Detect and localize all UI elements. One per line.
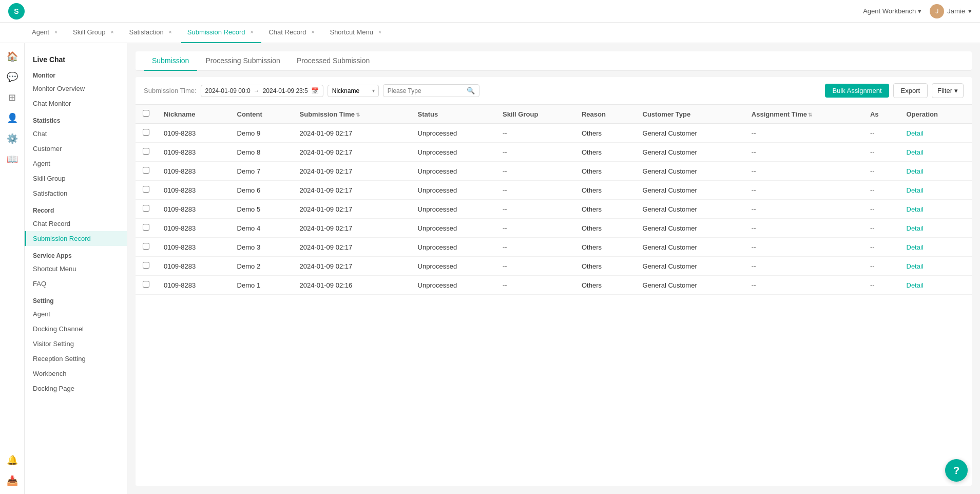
tab-close-shortcut-menu[interactable]: ×	[376, 29, 383, 36]
person-icon-btn[interactable]: 👤	[3, 109, 22, 127]
tab-skill-group[interactable]: Skill Group×	[67, 23, 122, 43]
filter-button[interactable]: Filter ▾	[932, 83, 964, 98]
row-checkbox-6[interactable]	[143, 243, 149, 250]
nav-item-docking-page[interactable]: Docking Page	[25, 381, 127, 396]
cell-assignment_time: --	[744, 162, 863, 181]
row-checkbox-cell	[136, 181, 157, 200]
cell-status: Unprocessed	[411, 238, 495, 257]
search-icon: 🔍	[467, 87, 475, 94]
nav-item-docking-channel[interactable]: Docking Channel	[25, 321, 127, 336]
row-checkbox-5[interactable]	[143, 224, 149, 231]
bulk-assignment-button[interactable]: Bulk Assignment	[825, 84, 889, 98]
row-checkbox-0[interactable]	[143, 129, 149, 136]
table-container: NicknameContentSubmission Time⇅StatusSki…	[136, 105, 972, 486]
subtab-submission[interactable]: Submission	[144, 51, 197, 71]
tab-close-satisfaction[interactable]: ×	[167, 29, 174, 36]
cell-status: Unprocessed	[411, 143, 495, 162]
app-logo: S	[8, 3, 25, 20]
tab-close-submission-record[interactable]: ×	[248, 29, 255, 36]
cell-operation: Detail	[899, 181, 972, 200]
nav-section-title: Live Chat	[25, 51, 127, 66]
detail-link[interactable]: Detail	[907, 262, 924, 270]
cell-status: Unprocessed	[411, 124, 495, 143]
row-checkbox-2[interactable]	[143, 167, 149, 174]
tab-chat-record[interactable]: Chat Record×	[262, 23, 322, 43]
date-range-picker[interactable]: 2024-01-09 00:0 → 2024-01-09 23:5 📅	[201, 85, 323, 97]
subtab-processed[interactable]: Processed Submission	[289, 51, 378, 71]
cell-submission_time: 2024-01-09 02:17	[293, 200, 411, 219]
detail-link[interactable]: Detail	[907, 148, 924, 156]
left-nav: Live Chat MonitorMonitor OverviewChat Mo…	[25, 43, 127, 494]
tab-agent[interactable]: Agent×	[26, 23, 66, 43]
user-menu[interactable]: J Jamie ▾	[930, 4, 972, 18]
cell-operation: Detail	[899, 143, 972, 162]
cell-nickname: 0109-8283	[157, 219, 230, 238]
tab-close-agent[interactable]: ×	[52, 29, 60, 36]
nav-item-agent-setting[interactable]: Agent	[25, 307, 127, 321]
subtab-processing[interactable]: Processing Submission	[197, 51, 289, 71]
row-checkbox-7[interactable]	[143, 262, 149, 269]
grid-icon-btn[interactable]: ⊞	[3, 88, 22, 107]
nav-item-chat[interactable]: Chat	[25, 126, 127, 141]
nav-item-chat-monitor[interactable]: Chat Monitor	[25, 96, 127, 111]
bell-icon-btn[interactable]: 🔔	[3, 451, 22, 469]
cell-assignment_time: --	[744, 276, 863, 295]
export-button[interactable]: Export	[893, 83, 928, 98]
detail-link[interactable]: Detail	[907, 167, 924, 175]
row-checkbox-8[interactable]	[143, 281, 149, 288]
tab-label: Satisfaction	[129, 28, 164, 36]
tab-shortcut-menu[interactable]: Shortcut Menu×	[323, 23, 390, 43]
book-icon-btn[interactable]: 📖	[3, 150, 22, 168]
date-from: 2024-01-09 00:0	[205, 87, 251, 94]
th-submission_time[interactable]: Submission Time⇅	[293, 105, 411, 124]
tab-satisfaction[interactable]: Satisfaction×	[123, 23, 180, 43]
cell-as: --	[863, 181, 899, 200]
th-assignment_time[interactable]: Assignment Time⇅	[744, 105, 863, 124]
detail-link[interactable]: Detail	[907, 243, 924, 251]
cell-as: --	[863, 276, 899, 295]
th-customer_type: Customer Type	[636, 105, 744, 124]
cell-content: Demo 7	[230, 162, 293, 181]
row-checkbox-1[interactable]	[143, 148, 149, 155]
gear-icon-btn[interactable]: ⚙️	[3, 129, 22, 148]
sort-icon: ⇅	[356, 112, 360, 118]
nav-item-shortcut-menu[interactable]: Shortcut Menu	[25, 261, 127, 276]
detail-link[interactable]: Detail	[907, 186, 924, 194]
nav-item-customer[interactable]: Customer	[25, 141, 127, 156]
search-box: 🔍	[383, 84, 479, 97]
nav-item-visitor-setting[interactable]: Visitor Setting	[25, 336, 127, 351]
nav-item-faq[interactable]: FAQ	[25, 276, 127, 291]
detail-link[interactable]: Detail	[907, 224, 924, 232]
help-button[interactable]: ?	[945, 459, 968, 482]
nav-item-workbench[interactable]: Workbench	[25, 366, 127, 381]
tab-label: Agent	[32, 28, 49, 36]
search-input[interactable]	[388, 87, 465, 94]
nav-item-skill-group[interactable]: Skill Group	[25, 171, 127, 186]
tab-submission-record[interactable]: Submission Record×	[181, 23, 262, 43]
nav-item-satisfaction[interactable]: Satisfaction	[25, 186, 127, 201]
workbench-selector[interactable]: Agent Workbench ▾	[863, 7, 921, 15]
tab-close-skill-group[interactable]: ×	[109, 29, 116, 36]
chat-icon-btn[interactable]: 💬	[3, 68, 22, 86]
detail-link[interactable]: Detail	[907, 129, 924, 137]
nav-item-chat-record[interactable]: Chat Record	[25, 216, 127, 231]
tab-close-chat-record[interactable]: ×	[309, 29, 316, 36]
home-icon-btn[interactable]: 🏠	[3, 47, 22, 66]
nav-item-monitor-overview[interactable]: Monitor Overview	[25, 81, 127, 96]
cell-reason: Others	[574, 200, 636, 219]
cell-nickname: 0109-8283	[157, 200, 230, 219]
cell-nickname: 0109-8283	[157, 124, 230, 143]
cell-submission_time: 2024-01-09 02:17	[293, 162, 411, 181]
nav-item-agent[interactable]: Agent	[25, 156, 127, 171]
table-row: 0109-8283Demo 72024-01-09 02:17Unprocess…	[136, 162, 972, 181]
detail-link[interactable]: Detail	[907, 205, 924, 213]
select-all-checkbox[interactable]	[143, 110, 149, 117]
download-icon-btn[interactable]: 📥	[3, 471, 22, 490]
nav-item-reception-setting[interactable]: Reception Setting	[25, 351, 127, 366]
search-type-select[interactable]: Nickname	[328, 85, 379, 97]
row-checkbox-3[interactable]	[143, 186, 149, 193]
row-checkbox-cell	[136, 162, 157, 181]
row-checkbox-4[interactable]	[143, 205, 149, 212]
detail-link[interactable]: Detail	[907, 281, 924, 289]
nav-item-submission-record[interactable]: Submission Record	[25, 231, 127, 246]
